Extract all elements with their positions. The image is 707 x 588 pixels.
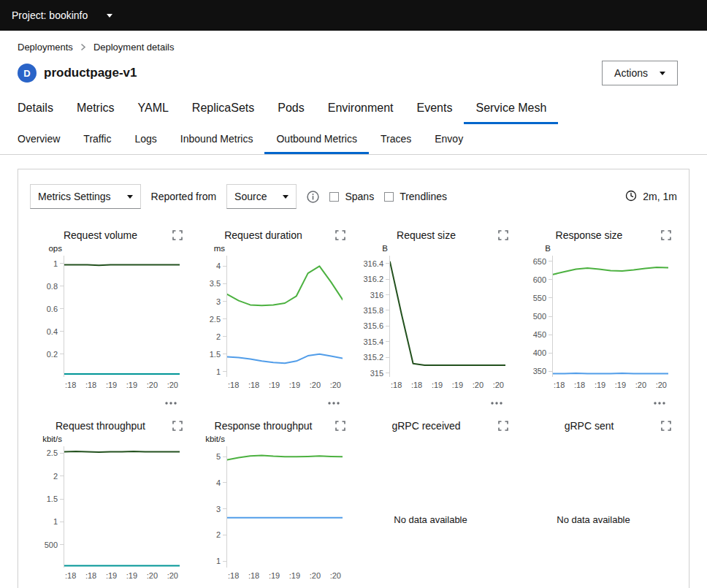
- x-axis-labels: :18:18:19:19:20:20: [389, 381, 505, 389]
- tab-replicasets[interactable]: ReplicaSets: [180, 94, 266, 124]
- spans-checkbox[interactable]: Spans: [329, 191, 374, 202]
- reported-from-label: Reported from: [151, 191, 216, 202]
- subtab-envoy[interactable]: Envoy: [423, 124, 475, 154]
- subtab-traffic[interactable]: Traffic: [72, 124, 123, 154]
- y-axis-unit: ms: [193, 244, 226, 256]
- actions-button[interactable]: Actions: [602, 61, 678, 85]
- subtab-outbound-metrics[interactable]: Outbound Metrics: [264, 124, 369, 154]
- chart-body: 10.80.60.40.2: [30, 256, 188, 377]
- expand-icon[interactable]: [334, 230, 347, 241]
- y-axis-labels: 2.521.51500: [30, 446, 64, 568]
- chevron-down-icon: [283, 195, 288, 199]
- subtab-logs[interactable]: Logs: [123, 124, 168, 154]
- kebab-menu[interactable]: [193, 395, 351, 402]
- expand-icon[interactable]: [334, 421, 347, 432]
- chevron-down-icon: [127, 195, 133, 199]
- plot-area: [64, 256, 180, 377]
- chevron-right-icon: [80, 43, 86, 51]
- breadcrumb-current: Deployment details: [93, 42, 175, 53]
- chart-title: Request duration: [193, 229, 334, 241]
- tab-service-mesh[interactable]: Service Mesh: [464, 94, 558, 124]
- y-axis-unit: B: [356, 244, 389, 256]
- spans-label: Spans: [345, 191, 374, 202]
- y-axis-unit: [519, 435, 552, 446]
- y-axis-labels: 43.532.521.51: [193, 256, 226, 377]
- tab-environment[interactable]: Environment: [316, 94, 405, 124]
- page-title: productpage-v1: [44, 66, 137, 80]
- chart-title: gRPC received: [356, 420, 497, 432]
- chart-header: Response throughput: [193, 419, 351, 433]
- trendlines-label: Trendlines: [400, 191, 447, 202]
- y-axis-labels: 54321: [193, 446, 226, 568]
- actions-button-label: Actions: [614, 67, 648, 79]
- masthead: Project: bookinfo: [0, 0, 707, 31]
- plot-area: [552, 256, 668, 377]
- subtab-inbound-metrics[interactable]: Inbound Metrics: [169, 124, 265, 154]
- chart-header: Response size: [519, 228, 677, 243]
- checkbox-box: [384, 192, 394, 202]
- chart-body: No data available: [356, 446, 514, 588]
- chart-body: 316.4316.2316315.8315.6315.4315.2315: [356, 256, 514, 377]
- expand-icon[interactable]: [171, 230, 184, 241]
- sub-tabs: Overview Traffic Logs Inbound Metrics Ou…: [0, 124, 707, 155]
- plot-area: No data available: [356, 446, 505, 588]
- x-axis-labels: :18:18:19:19:20:20: [64, 571, 180, 580]
- chart-request-duration: Request duration ms 43.532.521.51 :18:18…: [193, 228, 351, 402]
- y-axis-labels: 316.4316.2316315.8315.6315.4315.2315: [356, 256, 389, 377]
- tab-yaml[interactable]: YAML: [126, 94, 180, 124]
- tab-details[interactable]: Details: [6, 94, 65, 124]
- chart-request-volume: Request volume ops 10.80.60.40.2 :18:18:…: [30, 228, 188, 402]
- checkbox-box: [329, 192, 339, 202]
- expand-icon[interactable]: [497, 421, 510, 432]
- kebab-menu[interactable]: [519, 395, 677, 402]
- chart-body: No data available: [519, 446, 677, 588]
- tab-pods[interactable]: Pods: [266, 94, 316, 124]
- y-axis-unit: kbit/s: [30, 435, 64, 446]
- info-icon[interactable]: [307, 191, 319, 203]
- plot-area: [64, 446, 180, 568]
- expand-icon[interactable]: [497, 230, 510, 241]
- charts-grid: Request volume ops 10.80.60.40.2 :18:18:…: [30, 228, 677, 588]
- tab-metrics[interactable]: Metrics: [65, 94, 126, 124]
- chart-header: Request duration: [193, 228, 351, 243]
- kebab-menu[interactable]: [356, 395, 514, 402]
- chevron-down-icon: [107, 14, 112, 18]
- chart-title: Response size: [519, 229, 660, 241]
- metrics-settings-select[interactable]: Metrics Settings: [30, 184, 141, 209]
- chart-title: Request size: [356, 229, 497, 241]
- project-selector-label: Project: bookinfo: [12, 9, 88, 21]
- main-tabs: Details Metrics YAML ReplicaSets Pods En…: [0, 88, 707, 124]
- subtab-overview[interactable]: Overview: [6, 124, 72, 154]
- y-axis-labels: 10.80.60.40.2: [30, 256, 64, 377]
- plot-area: [226, 256, 343, 377]
- breadcrumb-deployments-link[interactable]: Deployments: [18, 42, 73, 53]
- chart-title: gRPC sent: [519, 420, 660, 432]
- duration-indicator[interactable]: 2m, 1m: [625, 190, 677, 204]
- tab-events[interactable]: Events: [405, 94, 465, 124]
- kebab-menu[interactable]: [30, 395, 188, 402]
- chart-title: Request volume: [30, 229, 171, 241]
- chart-body: 2.521.51500: [30, 446, 188, 568]
- x-axis-labels: :18:18:19:19:20:20: [64, 381, 180, 389]
- reported-from-select[interactable]: Source: [226, 184, 297, 209]
- deployment-badge: D: [18, 64, 37, 83]
- expand-icon[interactable]: [660, 230, 673, 241]
- project-selector[interactable]: Project: bookinfo: [12, 9, 112, 21]
- trendlines-checkbox[interactable]: Trendlines: [384, 191, 447, 202]
- plot-area: [226, 446, 343, 568]
- metrics-card: Metrics Settings Reported from Source Sp…: [18, 169, 689, 588]
- chart-request-size: Request size B 316.4316.2316315.8315.631…: [356, 228, 514, 402]
- x-axis-labels: :18:18:19:19:20:20: [226, 381, 343, 389]
- chart-body: 43.532.521.51: [193, 256, 351, 377]
- chart-header: Request volume: [30, 228, 188, 243]
- chart-title: Request throughput: [30, 420, 171, 432]
- chevron-down-icon: [660, 72, 665, 75]
- x-axis-labels: :18:18:19:19:20:20: [552, 381, 668, 389]
- y-axis-labels: 650600550500450400350: [519, 256, 552, 377]
- chart-header: Request size: [356, 228, 514, 243]
- expand-icon[interactable]: [660, 421, 673, 432]
- metrics-settings-label: Metrics Settings: [38, 191, 111, 202]
- subtab-traces[interactable]: Traces: [369, 124, 423, 154]
- clock-icon: [625, 190, 637, 204]
- expand-icon[interactable]: [171, 421, 184, 432]
